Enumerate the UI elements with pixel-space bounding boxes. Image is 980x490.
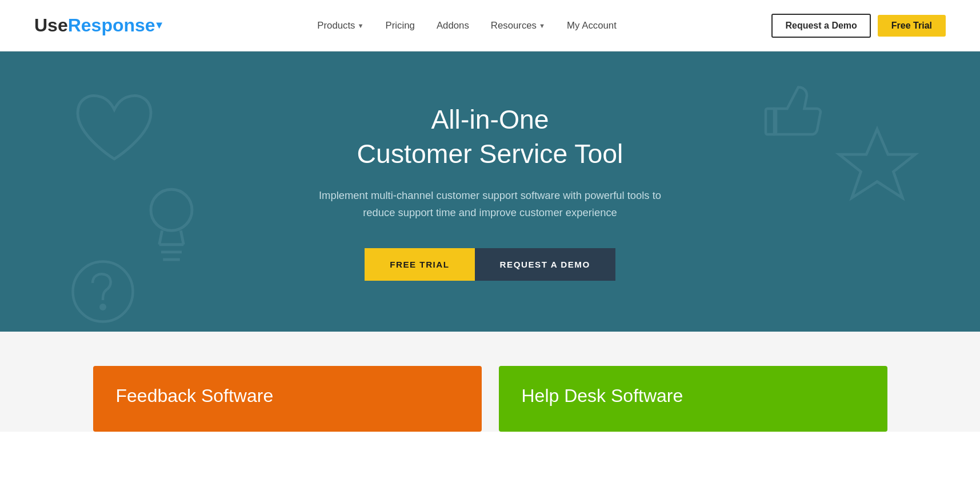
nav-pricing[interactable]: Pricing	[378, 15, 423, 36]
hero-buttons: FREE TRIAL REQUEST A DEMO	[365, 248, 615, 281]
logo-use: Use	[34, 15, 68, 36]
star-bg-icon	[831, 120, 923, 229]
nav-products[interactable]: Products ▼	[309, 15, 371, 36]
hero-title-line2: Customer Service Tool	[357, 139, 623, 169]
logo-response: Response	[68, 15, 155, 36]
nav-pricing-label: Pricing	[386, 20, 415, 31]
main-nav: Products ▼ Pricing Addons Resources ▼ My…	[309, 15, 625, 36]
hero-subtitle: Implement multi-channel customer support…	[307, 187, 673, 221]
logo[interactable]: UseResponse ▶	[34, 15, 162, 36]
nav-resources[interactable]: Resources ▼	[483, 15, 553, 36]
hero-request-demo-button[interactable]: REQUEST A DEMO	[475, 248, 615, 281]
nav-actions: Request a Demo Free Trial	[771, 14, 946, 38]
question-bg-icon	[69, 257, 137, 326]
free-trial-nav-button[interactable]: Free Trial	[878, 15, 946, 37]
helpdesk-software-card[interactable]: Help Desk Software	[499, 366, 887, 432]
svg-point-7	[101, 305, 105, 309]
helpdesk-software-title: Help Desk Software	[522, 385, 865, 407]
hero-title-line1: All-in-One	[431, 105, 549, 134]
nav-my-account[interactable]: My Account	[559, 15, 625, 36]
svg-line-1	[159, 230, 162, 245]
hero-free-trial-button[interactable]: FREE TRIAL	[365, 248, 474, 281]
heart-bg-icon	[69, 86, 160, 177]
nav-my-account-label: My Account	[567, 20, 617, 31]
svg-line-2	[181, 230, 183, 245]
resources-chevron-icon: ▼	[539, 22, 545, 29]
hero-section: All-in-One Customer Service Tool Impleme…	[0, 51, 980, 332]
logo-arrow-icon: ▶	[155, 23, 163, 29]
feedback-software-card[interactable]: Feedback Software	[93, 366, 482, 432]
svg-marker-8	[839, 129, 915, 198]
nav-addons-label: Addons	[437, 20, 469, 31]
feedback-software-title: Feedback Software	[116, 385, 459, 407]
hero-title: All-in-One Customer Service Tool	[357, 102, 623, 172]
request-demo-button[interactable]: Request a Demo	[771, 14, 870, 38]
lightbulb-bg-icon	[131, 177, 211, 280]
nav-products-label: Products	[317, 20, 355, 31]
thumb-bg-icon	[757, 74, 826, 143]
cards-section: Feedback Software Help Desk Software	[0, 332, 980, 432]
svg-point-0	[151, 189, 192, 230]
svg-point-6	[73, 262, 133, 322]
header: UseResponse ▶ Products ▼ Pricing Addons …	[0, 0, 980, 51]
svg-rect-9	[766, 109, 776, 134]
products-chevron-icon: ▼	[358, 22, 364, 29]
nav-resources-label: Resources	[491, 20, 537, 31]
nav-addons[interactable]: Addons	[429, 15, 477, 36]
